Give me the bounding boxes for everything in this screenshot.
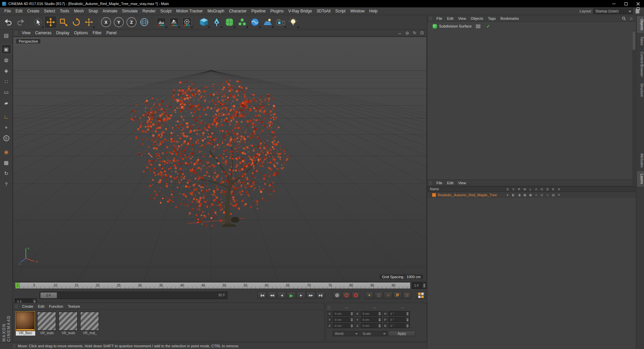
rot-h-field[interactable]: 0 ° bbox=[388, 311, 410, 316]
goto-end-button[interactable]: ▶▮ bbox=[316, 292, 325, 299]
position-header[interactable]: -- bbox=[333, 305, 360, 310]
layer-column-header[interactable]: S bbox=[505, 188, 511, 191]
tab-takes[interactable]: Takes bbox=[637, 34, 644, 48]
maximize-button[interactable] bbox=[620, 0, 632, 7]
menu-snap[interactable]: Snap bbox=[86, 8, 100, 14]
menu-3dtoall[interactable]: 3DToAll bbox=[314, 8, 333, 14]
spinner-icon[interactable] bbox=[378, 312, 381, 315]
om-menu-edit[interactable]: Edit bbox=[445, 16, 456, 21]
panel-drag-handle[interactable] bbox=[15, 304, 18, 308]
panel-drag-handle[interactable] bbox=[429, 16, 432, 20]
spinner-icon[interactable] bbox=[423, 283, 426, 288]
om-menu-tags[interactable]: Tags bbox=[486, 16, 498, 21]
make-editable-button[interactable]: ▤ bbox=[1, 31, 11, 40]
panel-drag-handle[interactable] bbox=[13, 344, 16, 348]
lm-menu-edit[interactable]: Edit bbox=[445, 181, 456, 185]
viewport-menu-cameras[interactable]: Cameras bbox=[33, 30, 54, 36]
add-camera-button[interactable] bbox=[274, 16, 287, 29]
enabled-check-icon[interactable]: ✓ bbox=[486, 24, 490, 29]
paint-tool-button[interactable]: ◉ bbox=[1, 147, 11, 157]
menu-edit[interactable]: Edit bbox=[13, 8, 25, 14]
spinner-icon[interactable] bbox=[378, 324, 381, 328]
pos-y-field[interactable]: 0 cm bbox=[333, 317, 354, 322]
keyframe-presets-button[interactable] bbox=[416, 292, 426, 299]
tab-structure[interactable]: Structure bbox=[637, 81, 644, 100]
material-thumbnail-striped[interactable] bbox=[80, 312, 99, 331]
layer-column-header[interactable]: R bbox=[516, 188, 522, 191]
layer-column-header[interactable]: M bbox=[522, 188, 528, 191]
tweak-mode-button[interactable]: ⌖ bbox=[1, 122, 11, 132]
add-light-button[interactable] bbox=[287, 16, 300, 29]
viewport-menu-display[interactable]: Display bbox=[54, 30, 71, 36]
material-item[interactable]: VR_leafs bbox=[37, 312, 57, 336]
coordinate-mode-select[interactable]: World bbox=[333, 331, 360, 336]
range-slider-handle[interactable]: 0 F bbox=[40, 292, 57, 298]
materials-menu-create[interactable]: Create bbox=[20, 304, 36, 309]
menu-tools[interactable]: Tools bbox=[57, 8, 71, 14]
size-x-field[interactable]: 0 cm bbox=[361, 311, 382, 316]
layer-toggle-icon[interactable]: ◎ bbox=[539, 193, 545, 197]
menu-vray-bridge[interactable]: V-Ray Bridge bbox=[286, 8, 314, 14]
rotate-tool-button[interactable] bbox=[70, 16, 83, 29]
help-button[interactable]: ? bbox=[1, 179, 11, 189]
polygons-mode-button[interactable]: ▰ bbox=[1, 98, 11, 108]
material-thumbnail-striped[interactable] bbox=[37, 312, 56, 331]
object-tree[interactable]: Subdivision Surface ✓ bbox=[427, 23, 636, 180]
material-item[interactable]: VR_Barc bbox=[16, 312, 35, 336]
layer-toggle-icon[interactable]: ◇ bbox=[545, 193, 550, 197]
edges-mode-button[interactable]: ▭ bbox=[1, 87, 11, 97]
layer-column-header[interactable]: X bbox=[556, 188, 562, 191]
points-mode-button[interactable]: ∷ bbox=[1, 77, 11, 86]
layer-column-header[interactable]: D bbox=[545, 188, 550, 191]
viewport-menu-panel[interactable]: Panel bbox=[104, 30, 119, 36]
lock-y-axis-button[interactable]: Y bbox=[112, 16, 125, 29]
layer-toggle-icon[interactable]: ▤ bbox=[550, 193, 556, 197]
layer-toggle-icon[interactable]: ◧ bbox=[511, 193, 516, 197]
record-position-toggle[interactable]: + bbox=[365, 292, 374, 299]
add-spline-button[interactable] bbox=[210, 16, 223, 29]
viewport-menu-options[interactable]: Options bbox=[72, 30, 90, 36]
menu-character[interactable]: Character bbox=[227, 8, 249, 14]
scale-tool-button[interactable] bbox=[57, 16, 70, 29]
om-menu-view[interactable]: View bbox=[456, 16, 469, 21]
enable-axis-button[interactable]: ∟ bbox=[1, 112, 11, 121]
viewport-menu-filter[interactable]: Filter bbox=[90, 30, 104, 36]
om-menu-bookmarks[interactable]: Bookmarks bbox=[498, 16, 521, 21]
material-thumbnail-striped[interactable] bbox=[59, 312, 77, 331]
redo-button[interactable] bbox=[14, 16, 27, 29]
record-active-objects-button[interactable] bbox=[333, 292, 341, 299]
panel-drag-handle[interactable] bbox=[14, 31, 17, 35]
record-parameter-toggle[interactable]: P bbox=[393, 292, 402, 299]
viewport-rotate-icon[interactable]: ↻ bbox=[411, 30, 418, 36]
camera-label[interactable]: Perspective bbox=[16, 39, 41, 44]
workplane-mode-button[interactable]: ◈ bbox=[1, 66, 11, 76]
menu-help[interactable]: Help bbox=[367, 8, 380, 14]
menu-script[interactable]: Script bbox=[333, 8, 348, 14]
add-subdivision-surface-button[interactable] bbox=[223, 16, 236, 29]
minimize-button[interactable] bbox=[608, 0, 620, 7]
panel-drag-handle[interactable] bbox=[327, 306, 330, 309]
record-options-button[interactable] bbox=[352, 292, 360, 299]
add-environment-button[interactable] bbox=[261, 16, 274, 29]
om-home-icon[interactable]: ⌂ bbox=[628, 15, 635, 21]
rotation-header[interactable]: -- bbox=[389, 305, 416, 310]
menu-select[interactable]: Select bbox=[42, 8, 57, 14]
object-manager-scrollbar[interactable] bbox=[632, 31, 636, 187]
add-cube-button[interactable] bbox=[198, 16, 210, 29]
texture-mode-button[interactable]: ◍ bbox=[1, 55, 11, 65]
layer-toggle-icon[interactable]: ≡ bbox=[533, 193, 539, 197]
om-menu-objects[interactable]: Objects bbox=[468, 16, 485, 21]
material-thumbnail-bark[interactable] bbox=[16, 312, 35, 331]
menu-simulate[interactable]: Simulate bbox=[120, 8, 140, 14]
menu-plugins[interactable]: Plugins bbox=[268, 8, 286, 14]
materials-menu-edit[interactable]: Edit bbox=[36, 304, 47, 309]
render-picture-viewer-button[interactable] bbox=[168, 16, 180, 29]
autokeying-button[interactable] bbox=[342, 292, 351, 299]
layer-column-header[interactable]: V bbox=[511, 188, 516, 191]
tab-objects[interactable]: Objects bbox=[637, 16, 644, 33]
pos-x-field[interactable]: 0 cm bbox=[333, 311, 354, 316]
last-tool-used-button[interactable] bbox=[83, 16, 95, 29]
undo-button[interactable] bbox=[2, 16, 14, 29]
viewport-toggle-icon[interactable]: ⊡ bbox=[419, 30, 425, 36]
spinner-icon[interactable] bbox=[350, 324, 354, 328]
